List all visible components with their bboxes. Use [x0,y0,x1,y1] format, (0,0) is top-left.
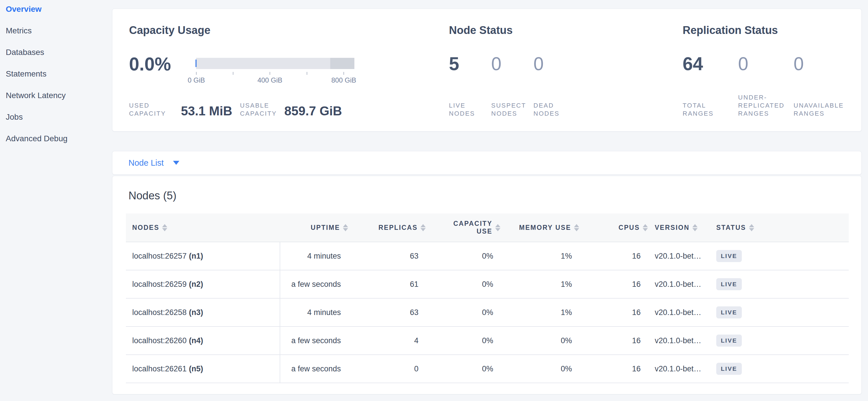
uptime-cell: 4 minutes [280,308,348,317]
replication-stats: 64 TOTAL RANGES 0 UNDER- REPLICATED RANG… [683,54,857,118]
status-badge: LIVE [716,250,742,262]
capacity-use-cell: 0% [426,365,500,373]
sidebar-item-advanced-debug[interactable]: Advanced Debug [6,134,67,144]
capacity-gauge: 0 GiB 400 GiB 800 GiB [196,58,354,92]
gauge-axis-label: 400 GiB [257,76,282,84]
table-row-node-2[interactable]: localhost:26259(n2) a few seconds 61 0% … [126,270,849,298]
uptime-cell: 4 minutes [280,252,348,261]
sort-icon [162,224,167,231]
sidebar-item-databases[interactable]: Databases [6,48,44,57]
version-cell: v20.1.0-bet… [648,336,709,345]
node-status-stats: 5 LIVE NODES 0 SUSPECT NODES 0 [449,54,576,118]
total-ranges-stat: 64 TOTAL RANGES [683,54,738,118]
table-row-node-3[interactable]: localhost:26258(n3) 4 minutes 63 0% 1% 1… [126,298,849,327]
live-nodes-value: 5 [449,54,491,74]
cpus-cell: 16 [579,336,648,345]
replication-status-section: Replication Status 64 TOTAL RANGES 0 UND… [682,9,860,132]
column-header-nodes[interactable]: NODES [126,224,280,232]
replicas-cell: 61 [348,280,426,289]
cluster-summary-panel: Capacity Usage 0.0% 0 GiB 400 GiB 800 Gi… [112,9,862,132]
cpus-cell: 16 [579,252,648,261]
column-header-capacity-use[interactable]: CAPACITY USE [426,220,500,235]
replicas-cell: 63 [348,308,426,317]
column-header-uptime[interactable]: UPTIME [280,224,348,232]
replicas-cell: 0 [348,365,426,373]
table-row-node-1[interactable]: localhost:26257(n1) 4 minutes 63 0% 1% 1… [126,242,849,270]
sidebar-item-jobs[interactable]: Jobs [6,112,23,122]
live-nodes-stat: 5 LIVE NODES [449,54,491,118]
gauge-tick [270,72,270,75]
memory-use-cell: 0% [500,336,579,345]
gauge-tick [233,72,234,75]
cluster-overview-page: { "colors": { "accent_blue": "#2a72f2", … [0,0,868,401]
capacity-use-cell: 0% [426,252,500,261]
column-divider [280,242,280,383]
table-row-node-4[interactable]: localhost:26260(n4) a few seconds 4 0% 0… [126,327,849,355]
status-badge: LIVE [716,363,742,375]
table-row-node-5[interactable]: localhost:26261(n5) a few seconds 0 0% 0… [126,355,849,383]
nodes-table-panel: Nodes (5) NODES UPTIME REPLICAS CAPACI [112,176,862,394]
gauge-tick [307,72,307,75]
sort-icon [692,224,698,231]
column-header-status[interactable]: STATUS [709,224,849,232]
gauge-axis-label: 0 GiB [188,76,205,84]
under-replicated-ranges-stat: 0 UNDER- REPLICATED RANGES [738,54,794,118]
total-ranges-value: 64 [683,54,738,74]
status-badge: LIVE [716,278,742,290]
cpus-cell: 16 [579,308,648,317]
uptime-cell: a few seconds [280,365,348,373]
column-header-memory-use[interactable]: MEMORY USE [500,224,579,232]
node-status-title: Node Status [449,24,513,36]
suspect-nodes-value: 0 [491,54,533,74]
sort-icon [343,224,348,231]
nodes-table: NODES UPTIME REPLICAS CAPACITY USE [126,213,849,383]
version-cell: v20.1.0-bet… [648,365,709,373]
chevron-down-icon [173,161,179,165]
under-replicated-ranges-label: UNDER- REPLICATED RANGES [738,93,794,118]
capacity-usage-title: Capacity Usage [129,24,210,36]
nodes-table-title: Nodes (5) [128,189,177,202]
cpus-cell: 16 [579,280,648,289]
column-header-replicas[interactable]: REPLICAS [348,224,426,232]
suspect-nodes-label: SUSPECT NODES [491,102,533,118]
sidebar-nav: Overview Metrics Databases Statements Ne… [0,0,112,401]
node-address-cell[interactable]: localhost:26259(n2) [126,280,280,289]
sort-icon [749,224,754,231]
suspect-nodes-stat: 0 SUSPECT NODES [491,54,533,118]
status-cell: LIVE [709,278,849,290]
node-address-cell[interactable]: localhost:26257(n1) [126,252,280,261]
uptime-cell: a few seconds [280,336,348,345]
node-address-cell[interactable]: localhost:26260(n4) [126,336,280,345]
sidebar-item-statements[interactable]: Statements [6,69,46,79]
memory-use-cell: 1% [500,308,579,317]
capacity-use-cell: 0% [426,308,500,317]
unavailable-ranges-value: 0 [794,54,857,74]
node-status-section: Node Status 5 LIVE NODES 0 SUSPECT NODES [448,9,678,132]
memory-use-cell: 0% [500,365,579,373]
used-capacity-value: 53.1 MiB [181,105,232,118]
node-list-panel: Node List [112,151,862,175]
node-address-cell[interactable]: localhost:26258(n3) [126,308,280,317]
usable-capacity-label: USABLE CAPACITY [240,102,277,118]
sidebar-item-metrics[interactable]: Metrics [6,26,32,36]
sidebar-item-network-latency[interactable]: Network Latency [6,91,66,101]
sidebar-item-overview[interactable]: Overview [6,4,42,14]
sort-icon [421,224,426,231]
replicas-cell: 63 [348,252,426,261]
replicas-cell: 4 [348,336,426,345]
replication-status-title: Replication Status [683,24,778,36]
column-header-version[interactable]: VERSION [648,224,709,232]
dead-nodes-stat: 0 DEAD NODES [533,54,576,118]
memory-use-cell: 1% [500,252,579,261]
dead-nodes-value: 0 [533,54,576,74]
gauge-tick [343,72,344,75]
node-address-cell[interactable]: localhost:26261(n5) [126,365,280,373]
status-badge: LIVE [716,306,742,318]
sort-icon [574,224,579,231]
uptime-cell: a few seconds [280,280,348,289]
node-list-dropdown[interactable]: Node List [113,151,861,174]
cpus-cell: 16 [579,365,648,373]
column-header-cpus[interactable]: CPUS [579,224,648,232]
capacity-use-cell: 0% [426,336,500,345]
status-cell: LIVE [709,306,849,318]
